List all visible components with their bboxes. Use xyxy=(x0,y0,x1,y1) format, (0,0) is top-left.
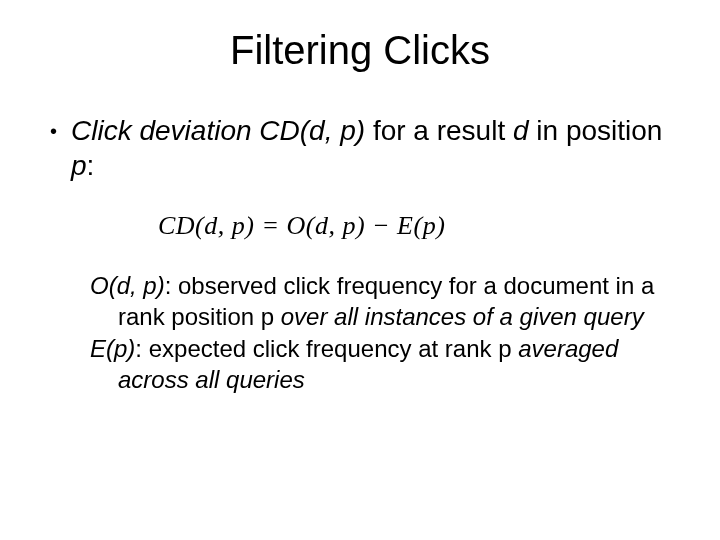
bullet-text: Click deviation CD(d, p) for a result d … xyxy=(71,113,670,183)
definitions-block: O(d, p): observed click frequency for a … xyxy=(90,271,670,396)
definition-e: E(p): expected click frequency at rank p… xyxy=(90,334,670,395)
bullet-seg-italic-1: Click deviation CD(d, p) xyxy=(71,115,365,146)
def-o-tail: over all instances of a given query xyxy=(281,303,644,330)
def-o-term: O(d, p) xyxy=(90,272,165,299)
bullet-seg-italic-p: p xyxy=(71,150,87,181)
bullet-seg-italic-d: d xyxy=(513,115,529,146)
bullet-seg-4: in position xyxy=(529,115,663,146)
def-e-mid: : expected click frequency at rank p xyxy=(135,335,518,362)
def-e-term: E(p) xyxy=(90,335,135,362)
bullet-seg-6: : xyxy=(87,150,95,181)
slide-title: Filtering Clicks xyxy=(50,28,670,73)
bullet-item: • Click deviation CD(d, p) for a result … xyxy=(50,113,670,183)
bullet-dot: • xyxy=(50,119,57,144)
equation-text: CD(d, p) = O(d, p) − E(p) xyxy=(158,211,445,240)
bullet-seg-2: for a result xyxy=(365,115,513,146)
definition-o: O(d, p): observed click frequency for a … xyxy=(90,271,670,332)
slide: Filtering Clicks • Click deviation CD(d,… xyxy=(0,0,720,540)
equation: CD(d, p) = O(d, p) − E(p) xyxy=(158,211,670,241)
